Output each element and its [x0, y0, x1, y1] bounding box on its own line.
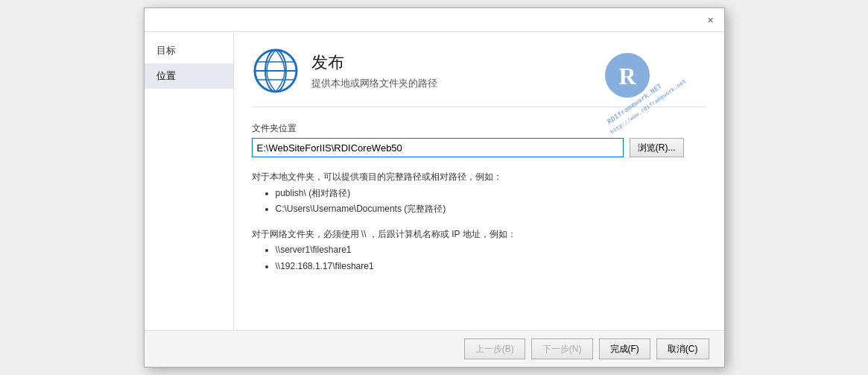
local-hint-item-1: publish\ (相对路径) — [276, 186, 684, 202]
network-hint-item-1: \\server1\fileshare1 — [276, 242, 684, 259]
local-hint-title: 对于本地文件夹，可以提供项目的完整路径或相对路径，例如： — [252, 169, 684, 186]
prev-button[interactable]: 上一步(B) — [464, 338, 525, 359]
main-content: 发布 提供本地或网络文件夹的路径 文件夹位置 浏览(R)... 对于本地文件夹，… — [234, 32, 724, 330]
input-row: 浏览(R)... — [252, 138, 684, 157]
sidebar-item-location[interactable]: 位置 — [145, 63, 233, 89]
globe-icon — [252, 47, 300, 95]
form-section: 文件夹位置 浏览(R)... 对于本地文件夹，可以提供项目的完整路径或相对路径，… — [252, 122, 684, 275]
finish-button[interactable]: 完成(F) — [599, 338, 650, 359]
title-bar: × — [145, 8, 724, 32]
dialog-body: 目标 位置 发布 提供本地或网络文件夹的路径 — [145, 32, 724, 330]
sidebar-item-target[interactable]: 目标 — [145, 38, 233, 63]
local-hint-item-2: C:\Users\Username\Documents (完整路径) — [276, 201, 684, 218]
close-button[interactable]: × — [703, 13, 718, 28]
header-section: 发布 提供本地或网络文件夹的路径 — [252, 47, 706, 107]
dialog-subtitle: 提供本地或网络文件夹的路径 — [311, 77, 437, 90]
cancel-button[interactable]: 取消(C) — [656, 338, 709, 359]
local-hint: 对于本地文件夹，可以提供项目的完整路径或相对路径，例如： publish\ (相… — [252, 169, 684, 218]
publish-dialog: × 目标 位置 发布 — [144, 7, 725, 368]
network-hint-title: 对于网络文件夹，必须使用 \\ ，后跟计算机名称或 IP 地址，例如： — [252, 227, 684, 243]
field-label: 文件夹位置 — [252, 122, 684, 135]
footer: 上一步(B) 下一步(N) 完成(F) 取消(C) — [145, 330, 724, 367]
network-hint-item-2: \\192.168.1.17\fileshare1 — [276, 259, 684, 275]
header-texts: 发布 提供本地或网络文件夹的路径 — [311, 51, 437, 90]
next-button[interactable]: 下一步(N) — [531, 338, 593, 359]
sidebar: 目标 位置 — [145, 32, 234, 330]
folder-path-input[interactable] — [252, 138, 624, 157]
browse-button[interactable]: 浏览(R)... — [630, 138, 684, 157]
dialog-title: 发布 — [311, 51, 437, 74]
network-hint: 对于网络文件夹，必须使用 \\ ，后跟计算机名称或 IP 地址，例如： \\se… — [252, 227, 684, 275]
